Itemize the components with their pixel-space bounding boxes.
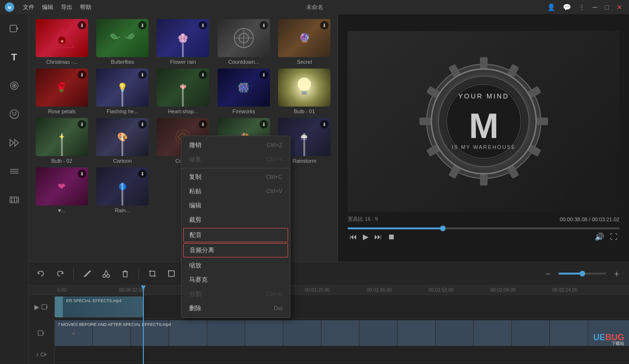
delete-button[interactable] <box>118 266 133 281</box>
scale-button[interactable] <box>164 266 179 281</box>
media-item-fireworks[interactable]: ⬇ 🎆 Fireworks <box>215 69 272 114</box>
media-item-rosepetals[interactable]: ⬇ 🌹 Rose petals <box>33 69 90 114</box>
download-badge-heartshape[interactable]: ⬇ <box>199 70 207 79</box>
svg-rect-30 <box>301 91 307 93</box>
thumb-bulb01 <box>278 69 330 107</box>
more-icon[interactable]: ⋮ <box>577 3 587 11</box>
download-badge-countdown[interactable]: ⬇ <box>260 21 268 30</box>
ruler-mark-5: 00:01:36.00 <box>367 287 429 293</box>
sidebar-item-nav[interactable] <box>5 162 24 181</box>
sidebar-item-video[interactable] <box>5 19 24 38</box>
media-item-secret[interactable]: ⬇ 🔮 Secret <box>276 19 333 65</box>
menu-item-copy[interactable]: 复制 Ctrl+C <box>181 170 290 184</box>
toolbar-separator-1 <box>73 268 74 279</box>
media-item-heartshape[interactable]: ⬇ ❤ Heart-shap... <box>155 69 211 114</box>
svg-rect-17 <box>13 198 15 199</box>
pen-button[interactable] <box>80 266 95 281</box>
thumb-christmas: ⬇ ★ <box>36 19 88 57</box>
progress-bar[interactable] <box>348 227 619 229</box>
stop-button[interactable]: ⏹ <box>388 233 395 241</box>
minimize-icon[interactable]: ─ <box>591 3 599 11</box>
time-display: 00:00:38.08 / 00:03:21.02 <box>560 216 619 222</box>
sidebar-item-sticker[interactable] <box>5 105 24 124</box>
download-badge-rainstorm[interactable]: ⬇ <box>320 120 329 128</box>
main-container: T <box>0 14 629 364</box>
rewind-button[interactable]: ⏮ <box>349 233 357 241</box>
menu-item-edit[interactable]: 编辑 <box>181 198 290 213</box>
download-badge-fallingleaves[interactable]: ⬇ <box>260 120 268 128</box>
svg-rect-16 <box>11 198 12 199</box>
menu-item-redo[interactable]: 做复 Ctrl+Y <box>181 152 290 167</box>
fullscreen-button[interactable]: ⛶ <box>610 233 618 241</box>
menu-edit[interactable]: 编辑 <box>42 3 53 11</box>
download-badge-heart2[interactable]: ⬇ <box>78 169 86 178</box>
download-badge-cartoon[interactable]: ⬇ <box>138 120 147 128</box>
zoom-in-button[interactable]: ＋ <box>609 266 624 281</box>
download-badge-fireworks[interactable]: ⬇ <box>260 70 268 79</box>
menu-file[interactable]: 文件 <box>23 3 34 11</box>
media-item-heart2[interactable]: ⬇ ❤ ♥... <box>33 167 90 213</box>
menu-export[interactable]: 导出 <box>61 3 72 11</box>
text-track: T <box>29 362 629 364</box>
svg-text:M: M <box>8 5 11 10</box>
menu-item-audio-split[interactable]: 音频分离 <box>183 243 288 257</box>
menu-item-split[interactable]: 分割 Ctrl+B <box>181 287 290 301</box>
content-area: ⬇ ★ Christmas -... ⬇ Butterflies <box>29 14 629 364</box>
zoom-slider[interactable] <box>559 273 606 275</box>
maximize-icon[interactable]: □ <box>603 3 611 11</box>
crop-button[interactable] <box>145 266 160 281</box>
play-button[interactable]: ▶ <box>363 232 369 241</box>
menu-item-delete[interactable]: 删除 Del <box>181 301 290 315</box>
media-item-countdown[interactable]: ⬇ Countdown... <box>215 19 272 65</box>
media-item-rain2[interactable]: ⬇ 🔵 Rain... <box>94 167 150 213</box>
download-badge-conf[interactable]: ⬇ <box>199 120 207 128</box>
menu-item-mosaic[interactable]: 马赛克 <box>181 273 290 287</box>
media-item-butterflies[interactable]: ⬇ Butterflies <box>94 19 150 65</box>
svg-rect-31 <box>302 93 307 95</box>
thumb-bulb02: ⬇ ✦ <box>36 118 88 156</box>
menu-item-paste[interactable]: 粘贴 Ctrl+V <box>181 184 290 198</box>
download-badge-secret[interactable]: ⬇ <box>320 21 329 30</box>
download-badge-flowerrain[interactable]: ⬇ <box>199 21 207 30</box>
sidebar-item-effects[interactable] <box>5 76 24 95</box>
cut-button[interactable] <box>99 266 114 281</box>
clip-label-1: ER SPECIAL EFFECTS.mp4 <box>66 298 140 303</box>
media-item-bulb01[interactable]: Bulb - 01 <box>276 69 333 114</box>
svg-rect-19 <box>11 200 12 202</box>
user-icon[interactable]: 👤 <box>545 3 557 11</box>
close-icon[interactable]: ✕ <box>615 3 624 11</box>
download-badge[interactable]: ⬇ <box>78 21 86 30</box>
track-content-video-2: 📽 <box>55 319 629 347</box>
media-item-bulb02[interactable]: ⬇ ✦ Bulb - 02 <box>33 118 90 164</box>
sidebar-item-transition[interactable] <box>5 133 24 152</box>
menu-help[interactable]: 帮助 <box>80 3 91 11</box>
undo-button[interactable] <box>33 266 49 281</box>
menu-item-zoom[interactable]: 缩放 <box>181 258 290 273</box>
download-badge-rain2[interactable]: ⬇ <box>138 169 147 178</box>
svg-point-7 <box>10 110 19 118</box>
download-badge-rosepetals[interactable]: ⬇ <box>78 70 86 79</box>
menu-item-undo[interactable]: 撤销 Ctrl+Z <box>181 138 290 152</box>
svg-rect-61 <box>150 271 155 276</box>
chat-icon[interactable]: 💬 <box>561 3 573 11</box>
download-badge-flashinghe[interactable]: ⬇ <box>138 70 147 79</box>
sidebar-item-text[interactable]: T <box>5 48 24 67</box>
ruler-mark-1: 00:00:32.00 <box>119 287 181 293</box>
svg-rect-21 <box>16 200 18 202</box>
redo-button[interactable] <box>52 266 68 281</box>
download-badge-bulb02[interactable]: ⬇ <box>78 120 86 128</box>
zoom-out-button[interactable]: － <box>540 266 556 281</box>
volume-button[interactable]: 🔊 <box>595 232 604 241</box>
download-badge-butterflies[interactable]: ⬇ <box>138 21 147 30</box>
media-item-flashinghe[interactable]: ⬇ 💡 Flashing he... <box>94 69 150 114</box>
media-item-christmas[interactable]: ⬇ ★ Christmas -... <box>33 19 90 65</box>
media-item-flowerrain[interactable]: ⬇ 🌸 Flower rain <box>155 19 211 65</box>
media-item-cartoon[interactable]: ⬇ 🎨 Cartoon <box>94 118 150 164</box>
sidebar: T <box>0 14 29 364</box>
menu-item-dubbing[interactable]: 配音 <box>183 228 288 242</box>
thumb-flashinghe: ⬇ 💡 <box>96 69 149 107</box>
media-label-bulb02: Bulb - 02 <box>51 158 72 164</box>
sidebar-item-film[interactable] <box>5 190 24 209</box>
fast-forward-button[interactable]: ⏭ <box>374 233 382 241</box>
menu-item-trim[interactable]: 裁剪 <box>181 213 290 227</box>
